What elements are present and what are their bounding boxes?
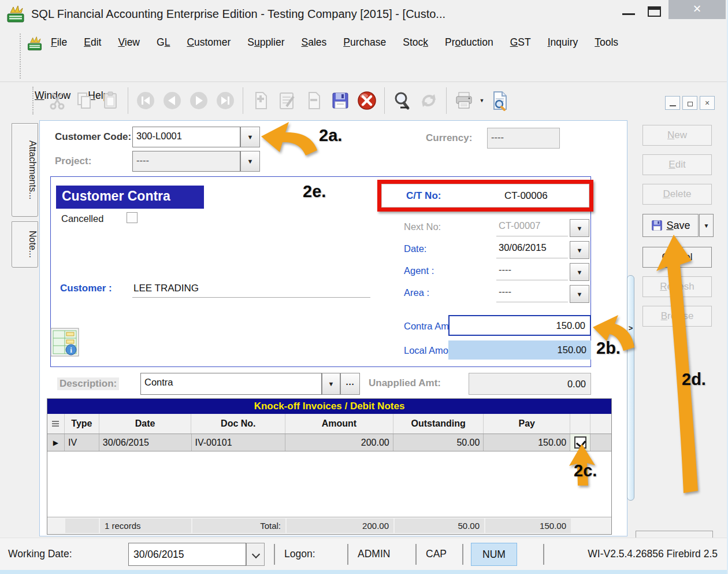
minimize-icon[interactable]	[622, 13, 635, 15]
grid-title: Knock-off Invoices / Debit Notes	[47, 399, 611, 414]
ct-no-row: C/T No: CT-00006	[381, 184, 589, 208]
toolbar-drag-handle[interactable]	[32, 87, 34, 114]
next-no-field	[496, 219, 568, 236]
note-tab[interactable]: Note...	[12, 221, 38, 268]
menu-item-tools[interactable]: Tools	[593, 35, 619, 50]
column-header-type[interactable]: Type	[65, 414, 99, 434]
status-separator	[415, 544, 417, 565]
customer-code-dropdown-icon[interactable]: ▼	[240, 127, 260, 147]
agent-dropdown-icon[interactable]: ▼	[570, 263, 589, 281]
agent-field[interactable]	[496, 263, 568, 280]
local-amount-field: 150.00	[448, 340, 591, 360]
attachments-tab[interactable]: Attachments...	[12, 123, 38, 217]
date-dropdown-icon[interactable]: ▼	[570, 241, 589, 259]
annotation-arrow-2d	[656, 235, 698, 493]
description-input[interactable]: Contra	[140, 373, 322, 395]
preview-icon[interactable]	[486, 87, 513, 114]
currency-input: ----	[487, 128, 560, 149]
grid-header-row: Type Date Doc No. Amount Outstanding Pay	[47, 414, 611, 434]
caps-indicator: CAP	[426, 548, 447, 560]
area-field[interactable]	[496, 285, 568, 302]
menu-item-stock[interactable]: Stock	[402, 35, 429, 50]
status-separator	[347, 544, 348, 565]
window-title: SQL Financial Accounting Enterprise Edit…	[31, 8, 445, 21]
ct-no-value: CT-00006	[504, 190, 548, 202]
browse-button: Browse	[642, 306, 712, 327]
splitter-chevron-icon[interactable]: >	[627, 324, 634, 332]
column-header-amount[interactable]: Amount	[285, 414, 393, 434]
table-row[interactable]: ▶ IV 30/06/2015 IV-00101 200.00 50.00 15…	[47, 434, 611, 451]
edit-button: Edit	[642, 154, 712, 175]
customer-field	[132, 282, 370, 298]
column-header-filler	[590, 414, 611, 434]
menu-item-supplier[interactable]: Supplier	[246, 35, 285, 50]
save-dropdown-icon[interactable]: ▼	[699, 214, 714, 237]
column-header-outstanding[interactable]: Outstanding	[393, 414, 484, 434]
cancel-icon[interactable]	[354, 87, 380, 114]
refresh-button: Refresh	[642, 276, 712, 297]
cell-type: IV	[65, 434, 99, 451]
unapplied-amt-field: 0.00	[469, 373, 591, 395]
cell-docno: IV-00101	[192, 434, 286, 451]
print-dropdown-icon[interactable]: ▼	[477, 98, 486, 103]
cancelled-checkbox[interactable]	[127, 212, 138, 223]
customer-code-input[interactable]: 300-L0001	[132, 127, 240, 147]
menu-item-customer[interactable]: Customer	[185, 35, 232, 50]
print-icon[interactable]	[451, 87, 477, 114]
column-header-date[interactable]: Date	[99, 414, 192, 434]
menu-item-sales[interactable]: Sales	[300, 35, 328, 50]
window-bottom-edge	[0, 570, 728, 574]
logon-label: Logon:	[284, 548, 315, 560]
cell-amount: 200.00	[285, 434, 393, 451]
save-icon[interactable]	[327, 87, 354, 114]
paste-icon	[97, 87, 124, 114]
menu-item-view[interactable]: View	[117, 35, 141, 50]
working-date-dropdown-icon[interactable]	[246, 543, 265, 566]
menu-bar: File Edit View GL Customer Supplier Sale…	[0, 28, 728, 82]
save-button[interactable]: Save	[642, 214, 699, 237]
cancel-button[interactable]: Cancel	[642, 247, 712, 268]
working-date-input[interactable]: 30/06/2015	[128, 543, 246, 566]
panel-splitter[interactable]	[627, 275, 634, 501]
contra-amount-input[interactable]: 150.00	[448, 315, 591, 336]
menu-app-icon	[27, 36, 43, 52]
find-icon[interactable]	[389, 87, 415, 114]
customer-code-label: Customer Code:	[55, 131, 131, 143]
edit-record-icon	[274, 87, 300, 114]
menu-item-edit[interactable]: Edit	[83, 35, 102, 50]
logon-user: ADMIN	[358, 548, 390, 560]
footer-type-cell	[65, 519, 99, 533]
menu-row-1: File Edit View GL Customer Supplier Sale…	[50, 35, 619, 50]
menu-item-gl[interactable]: GL	[155, 35, 171, 50]
agent-label: Agent :	[404, 265, 434, 276]
menu-drag-handle[interactable]	[20, 34, 21, 79]
description-dropdown-icon[interactable]: ▼	[322, 373, 340, 395]
menu-item-file[interactable]: File	[50, 35, 68, 50]
close-icon[interactable]: ×	[668, 0, 726, 19]
footer-outstanding: 50.00	[395, 519, 484, 533]
pay-checkbox[interactable]	[574, 436, 586, 449]
footer-records: 1 records	[100, 519, 191, 533]
menu-item-production[interactable]: Production	[444, 35, 495, 50]
menu-item-gst[interactable]: GST	[509, 35, 532, 50]
grid-menu-icon[interactable]	[47, 414, 65, 434]
grid-footer-row: 1 records Total: 200.00 50.00 150.00	[47, 517, 611, 534]
menu-item-purchase[interactable]: Purchase	[342, 35, 387, 50]
ct-no-label: C/T No:	[406, 190, 441, 202]
calculator-info-icon[interactable]: i	[50, 328, 79, 357]
date-field[interactable]	[496, 241, 568, 258]
project-dropdown-icon[interactable]: ▼	[240, 151, 260, 172]
row-pointer-icon: ▶	[47, 434, 65, 451]
description-ellipsis-icon[interactable]: ···	[340, 373, 360, 395]
toolbar-separator	[128, 87, 128, 114]
currency-label: Currency:	[426, 132, 472, 144]
cell-filler	[590, 434, 611, 451]
version-text: WI-V2.5.4.26856 Firebird 2.5	[549, 548, 718, 560]
column-header-docno[interactable]: Doc No.	[191, 414, 285, 434]
column-header-pay[interactable]: Pay	[484, 414, 570, 434]
next-no-dropdown-icon[interactable]: ▼	[570, 219, 589, 237]
maximize-icon[interactable]	[648, 6, 661, 17]
menu-item-inquiry[interactable]: Inquiry	[547, 35, 580, 50]
area-dropdown-icon[interactable]: ▼	[570, 285, 589, 303]
description-label: Description:	[57, 377, 119, 390]
